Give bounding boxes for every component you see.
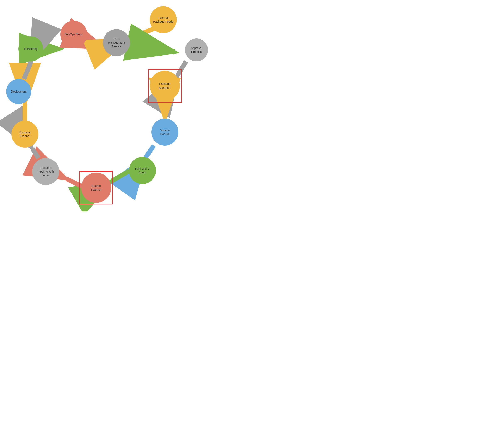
build-ci-label: Build and CIAgent bbox=[135, 167, 150, 174]
deployment-node: Deployment bbox=[6, 79, 31, 104]
release-pipeline-node: ReleasePipeline withTesting bbox=[32, 158, 59, 185]
devops-team-label: DevOps Team bbox=[65, 32, 83, 36]
devops-team-node: DevOps Team bbox=[60, 21, 87, 48]
version-control-node: VersionControl bbox=[151, 119, 178, 145]
package-manager-node: PackageManager bbox=[150, 71, 180, 101]
external-feeds-node: ExternalPackage Feeds bbox=[150, 6, 177, 33]
version-control-label: VersionControl bbox=[160, 128, 170, 136]
external-feeds-label: ExternalPackage Feeds bbox=[153, 16, 173, 24]
source-scanner-label: SourceScanner bbox=[91, 184, 102, 191]
diagram-canvas: Monitoring DevOps Team OSSManagementServ… bbox=[0, 0, 252, 212]
deployment-label: Deployment bbox=[11, 90, 27, 93]
package-manager-label: PackageManager bbox=[159, 82, 170, 89]
approval-process-node: ApprovalProcess bbox=[185, 38, 208, 61]
monitoring-label: Monitoring bbox=[24, 47, 37, 51]
dynamic-scanner-node: DynamicScanner bbox=[12, 121, 38, 148]
monitoring-node: Monitoring bbox=[18, 36, 43, 61]
approval-process-label: ApprovalProcess bbox=[191, 46, 202, 54]
oss-management-node: OSSManagementService bbox=[103, 29, 130, 56]
dynamic-scanner-label: DynamicScanner bbox=[19, 130, 30, 138]
release-pipeline-label: ReleasePipeline withTesting bbox=[38, 166, 54, 177]
build-ci-node: Build and CIAgent bbox=[129, 157, 156, 184]
source-scanner-node: SourceScanner bbox=[81, 173, 111, 203]
oss-management-label: OSSManagementService bbox=[108, 37, 125, 48]
